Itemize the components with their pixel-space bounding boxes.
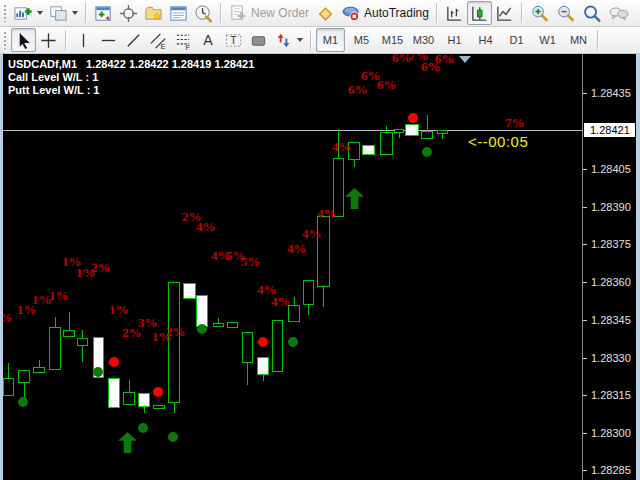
horizontal-line-tool-button[interactable]: [96, 28, 121, 52]
timeframe-W1[interactable]: W1: [533, 28, 562, 52]
chart-symbol-label: USDCADf,M1: [8, 58, 77, 70]
chart-candlesticks-icon: [470, 4, 489, 23]
candle-wick: [399, 133, 400, 138]
terminal-icon: [169, 4, 188, 23]
timeframe-MN[interactable]: MN: [564, 28, 593, 52]
equidistant-channel-tool-button[interactable]: E: [146, 28, 171, 52]
candle-wick: [294, 297, 295, 305]
cursor-tool-button[interactable]: [11, 28, 36, 52]
green-signal-dot: [93, 367, 103, 377]
chat-icon: [608, 4, 630, 23]
new-chart-button[interactable]: [11, 1, 46, 25]
toolbar-separator: [597, 30, 599, 50]
profiles-button[interactable]: [46, 1, 81, 25]
candle: [77, 338, 88, 346]
candle: [272, 320, 283, 372]
market-watch-button[interactable]: [91, 1, 116, 25]
axis-price-label: 1.28435: [591, 87, 631, 99]
toolbar-grip[interactable]: [3, 31, 8, 49]
candle: [437, 130, 448, 134]
crosshair-tool-button[interactable]: [36, 28, 61, 52]
candle: [303, 280, 314, 305]
text-tool-button[interactable]: A: [196, 28, 221, 52]
timeframe-H4[interactable]: H4: [471, 28, 500, 52]
horizontal-line-icon: [99, 31, 118, 50]
svg-text:F: F: [185, 42, 190, 49]
candle-wick: [24, 383, 25, 398]
percent-label: 2%: [166, 325, 186, 338]
navigator-button[interactable]: [141, 1, 166, 25]
zoom-out-button[interactable]: [553, 1, 579, 25]
timeframe-M15[interactable]: M15: [378, 28, 407, 52]
autotrading-label: AutoTrading: [364, 6, 429, 20]
percent-label: 3%: [138, 316, 158, 329]
candle-wick: [82, 330, 83, 338]
line-studies-toolbar: E F A T M1M5M15M30H1H4D1W1MN: [0, 27, 640, 54]
price-axis[interactable]: 1.284351.284211.284051.283901.283751.283…: [582, 54, 636, 480]
data-window-button[interactable]: [116, 1, 141, 25]
axis-price-label: 1.28330: [591, 352, 631, 364]
new-chart-icon: [14, 4, 33, 23]
chart-canvas[interactable]: USDCADf,M1 1.28422 1.28422 1.28419 1.284…: [3, 54, 582, 480]
percent-label: 1%: [3, 311, 13, 324]
candle-wick: [144, 407, 145, 413]
strategy-tester-button[interactable]: [191, 1, 216, 25]
candle: [33, 367, 45, 373]
new-order-button[interactable]: New Order: [226, 1, 312, 25]
zoom-in-button[interactable]: [527, 1, 553, 25]
trendline-tool-button[interactable]: [121, 28, 146, 52]
mt4-window: { "toolbar1": { "new_order_label": "New …: [0, 0, 640, 480]
autotrading-button[interactable]: AutoTrading: [338, 1, 432, 25]
shapes-tool-button[interactable]: [246, 28, 271, 52]
percent-label: 4%: [317, 207, 337, 220]
candle-wick: [69, 312, 70, 330]
search-icon: [582, 4, 602, 23]
terminal-button[interactable]: [166, 1, 191, 25]
arrows-icon: [274, 31, 293, 50]
axis-price-label: 1.28345: [591, 314, 631, 326]
chart-line-button[interactable]: [492, 1, 517, 25]
chart-bars-button[interactable]: [442, 1, 467, 25]
chat-button[interactable]: [605, 1, 633, 25]
toolbar-separator: [85, 3, 87, 23]
text-label-tool-button[interactable]: T: [221, 28, 246, 52]
red-signal-dot: [153, 387, 163, 397]
percent-label: 4%: [287, 242, 307, 255]
percent-label: 4%: [332, 140, 352, 153]
percent-label: 4%: [302, 227, 322, 240]
search-button[interactable]: [579, 1, 605, 25]
axis-tick: [583, 395, 587, 396]
candle: [196, 295, 208, 327]
vertical-line-icon: [74, 31, 93, 50]
chart-bars-icon: [445, 4, 464, 23]
candle-wick: [354, 160, 355, 167]
red-signal-dot: [258, 337, 268, 347]
green-signal-dot: [422, 147, 432, 157]
timeframe-D1[interactable]: D1: [502, 28, 531, 52]
timeframe-H1[interactable]: H1: [440, 28, 469, 52]
arrows-tool-button[interactable]: [271, 28, 306, 52]
putt-level-comment: Putt Level W/L : 1: [8, 84, 99, 96]
metaeditor-icon: [315, 4, 335, 23]
green-signal-dot: [197, 324, 207, 334]
axis-tick: [583, 470, 587, 471]
percent-label: 1%: [49, 289, 69, 302]
timeframe-M30[interactable]: M30: [409, 28, 438, 52]
current-price-line: [3, 130, 582, 131]
axis-tick: [583, 244, 587, 245]
zoom-out-icon: [556, 4, 576, 23]
toolbar-separator: [220, 3, 222, 23]
svg-text:T: T: [230, 35, 237, 46]
chart-candlesticks-button[interactable]: [467, 1, 492, 25]
percent-label: 1%: [17, 303, 37, 316]
candle: [63, 330, 75, 337]
toolbar-grip[interactable]: [3, 4, 8, 22]
metaeditor-button[interactable]: [312, 1, 338, 25]
fibonacci-tool-button[interactable]: F: [171, 28, 196, 52]
axis-price-label: 1.28300: [591, 427, 631, 439]
vertical-line-tool-button[interactable]: [71, 28, 96, 52]
candle-wick: [82, 346, 83, 362]
timeframe-M1[interactable]: M1: [316, 28, 345, 52]
chart-ohlc-values: 1.28422 1.28422 1.28419 1.28421: [86, 58, 254, 70]
timeframe-M5[interactable]: M5: [347, 28, 376, 52]
